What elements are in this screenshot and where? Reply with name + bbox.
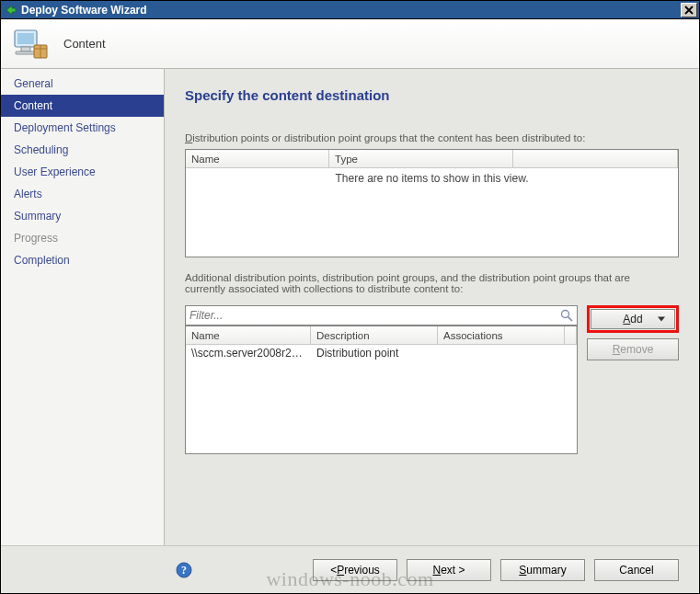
svg-rect-4 xyxy=(16,51,36,54)
add-button-highlight: Add xyxy=(587,305,679,333)
nav-item-progress: Progress xyxy=(1,227,164,249)
additional-list[interactable]: NameDescriptionAssociations \\sccm.serve… xyxy=(185,326,578,454)
table-row[interactable]: \\sccm.server2008r2.lab...Distribution p… xyxy=(186,345,577,361)
summary-button[interactable]: Summary xyxy=(500,559,585,581)
distributed-list-empty: There are no items to show in this view. xyxy=(186,168,678,185)
filter-box[interactable] xyxy=(185,305,578,326)
svg-rect-2 xyxy=(17,33,34,44)
svg-text:?: ? xyxy=(181,564,187,577)
nav-item-deployment-settings[interactable]: Deployment Settings xyxy=(1,117,164,139)
nav-item-scheduling[interactable]: Scheduling xyxy=(1,139,164,161)
column-header[interactable]: Associations xyxy=(438,326,565,344)
column-header[interactable]: Name xyxy=(186,150,329,167)
remove-button[interactable]: Remove xyxy=(587,338,679,360)
table-cell: \\sccm.server2008r2.lab... xyxy=(186,347,311,360)
svg-line-7 xyxy=(568,317,572,321)
nav-item-content[interactable]: Content xyxy=(1,95,164,117)
svg-point-6 xyxy=(562,311,569,318)
help-icon[interactable]: ? xyxy=(176,562,192,578)
wizard-footer: < Previous Next > Summary Cancel xyxy=(1,545,699,593)
search-icon[interactable] xyxy=(559,308,574,323)
nav-item-completion[interactable]: Completion xyxy=(1,249,164,271)
column-header[interactable]: Type xyxy=(329,150,513,167)
top-list-label: Distribution points or distribution poin… xyxy=(185,132,679,143)
window-title: Deploy Software Wizard xyxy=(21,4,681,17)
table-cell: Distribution point xyxy=(311,347,438,360)
wizard-page-body: Specify the content destination Distribu… xyxy=(165,69,699,545)
page-header: Content xyxy=(1,19,699,69)
wizard-nav-sidebar: GeneralContentDeployment SettingsSchedul… xyxy=(1,69,165,545)
svg-rect-3 xyxy=(21,47,30,51)
column-header[interactable]: Name xyxy=(186,326,311,344)
cancel-button[interactable]: Cancel xyxy=(594,559,679,581)
nav-item-user-experience[interactable]: User Experience xyxy=(1,161,164,183)
chevron-down-icon xyxy=(658,317,665,322)
page-banner-label: Content xyxy=(63,37,106,51)
nav-item-alerts[interactable]: Alerts xyxy=(1,183,164,205)
previous-button[interactable]: < Previous xyxy=(313,559,397,581)
nav-item-general[interactable]: General xyxy=(1,73,164,95)
filter-input[interactable] xyxy=(186,306,555,325)
column-header[interactable]: Description xyxy=(311,326,438,344)
nav-item-summary[interactable]: Summary xyxy=(1,205,164,227)
distributed-list[interactable]: NameType There are no items to show in t… xyxy=(185,149,679,257)
add-button[interactable]: Add xyxy=(591,309,675,329)
svg-marker-0 xyxy=(6,6,16,15)
next-button[interactable]: Next > xyxy=(407,559,491,581)
wizard-arrow-icon xyxy=(5,4,17,17)
computer-package-icon xyxy=(10,25,49,63)
bottom-list-label: Additional distribution points, distribu… xyxy=(185,272,672,294)
title-bar: Deploy Software Wizard xyxy=(1,1,699,19)
page-title: Specify the content destination xyxy=(185,87,679,103)
close-button[interactable] xyxy=(681,3,697,17)
